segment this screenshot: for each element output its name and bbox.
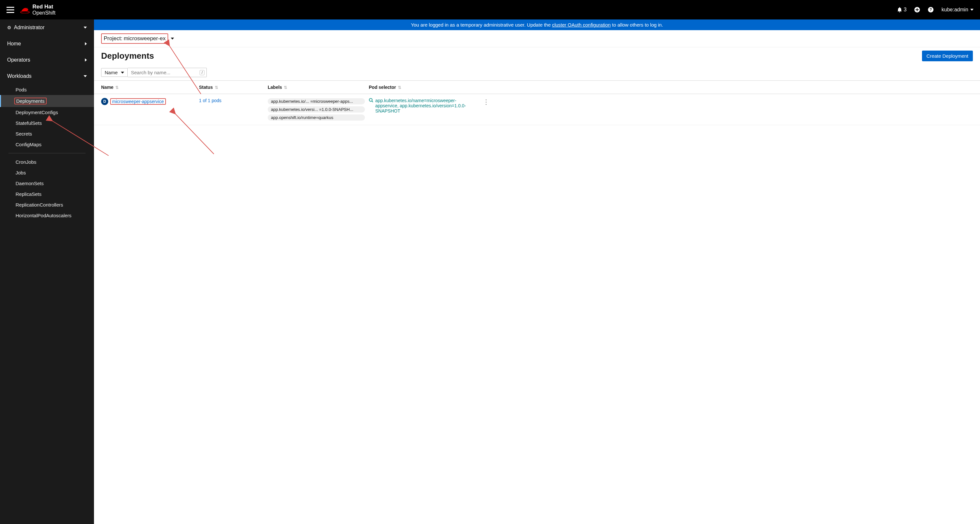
hamburger-menu[interactable] bbox=[6, 7, 14, 13]
sort-icon: ⇅ bbox=[398, 85, 401, 90]
chevron-down-icon bbox=[171, 38, 174, 40]
sidebar-item-cronjobs[interactable]: CronJobs bbox=[0, 157, 94, 167]
sidebar-item-jobs[interactable]: Jobs bbox=[0, 167, 94, 178]
content-area: You are logged in as a temporary adminis… bbox=[94, 19, 980, 524]
create-deployment-button[interactable]: Create Deployment bbox=[922, 51, 973, 61]
col-selector[interactable]: Pod selector⇅ bbox=[369, 84, 476, 90]
page-title: Deployments bbox=[101, 51, 154, 61]
sidebar-workloads-label: Workloads bbox=[7, 73, 32, 79]
table-row: D microsweeper-appservice 1 of 1 pods ap… bbox=[94, 94, 980, 125]
topbar-right: 3 ? kube:admin bbox=[897, 7, 974, 13]
sidebar-section-home[interactable]: Home bbox=[0, 36, 94, 52]
cell-name: D microsweeper-appservice bbox=[101, 98, 195, 105]
project-prefix: Project: bbox=[104, 35, 123, 42]
pod-selector-link[interactable]: app.kubernetes.io/name=microsweeper-apps… bbox=[375, 98, 469, 113]
banner-suffix: to allow others to log in. bbox=[611, 22, 663, 27]
banner-link[interactable]: cluster OAuth configuration bbox=[552, 22, 611, 27]
col-labels[interactable]: Labels⇅ bbox=[268, 84, 365, 90]
notifications-button[interactable]: 3 bbox=[897, 7, 907, 13]
user-menu[interactable]: kube:admin bbox=[942, 7, 974, 13]
deployment-name-link[interactable]: microsweeper-appservice bbox=[112, 99, 164, 104]
sort-icon: ⇅ bbox=[284, 85, 287, 90]
status-link[interactable]: 1 of 1 pods bbox=[199, 98, 221, 103]
svg-point-0 bbox=[21, 11, 30, 13]
sidebar-section-workloads[interactable]: Workloads bbox=[0, 68, 94, 84]
sort-icon: ⇅ bbox=[215, 85, 218, 90]
sidebar-operators-label: Operators bbox=[7, 57, 30, 63]
brand-line2: OpenShift bbox=[32, 10, 56, 16]
sidebar-item-deployments[interactable]: Deployments bbox=[0, 95, 94, 107]
sidebar-item-replicationcontrollers[interactable]: ReplicationControllers bbox=[0, 199, 94, 210]
question-circle-icon: ? bbox=[928, 7, 934, 13]
sidebar-item-pods[interactable]: Pods bbox=[0, 84, 94, 95]
sidebar-item-daemonsets[interactable]: DaemonSets bbox=[0, 178, 94, 189]
filter-type-label: Name bbox=[105, 70, 118, 75]
brand[interactable]: Red Hat OpenShift bbox=[20, 4, 56, 16]
label-pill[interactable]: app.kubernetes.io/... =microsweeper-apps… bbox=[268, 98, 365, 104]
perspective-label: Administrator bbox=[14, 25, 45, 30]
chevron-right-icon bbox=[85, 58, 87, 62]
sidebar-item-statefulsets[interactable]: StatefulSets bbox=[0, 118, 94, 128]
brand-text: Red Hat OpenShift bbox=[32, 4, 56, 16]
search-shortcut-key: / bbox=[200, 70, 205, 75]
project-name: microsweeper-ex bbox=[124, 35, 165, 42]
gear-icon bbox=[7, 25, 14, 30]
cell-status: 1 of 1 pods bbox=[199, 98, 264, 103]
filter-bar: Name / bbox=[94, 66, 980, 81]
chevron-right-icon bbox=[85, 42, 87, 45]
help-button[interactable]: ? bbox=[928, 7, 934, 13]
plus-circle-icon bbox=[914, 7, 920, 13]
label-pill[interactable]: app.openshift.io/runtime=quarkus bbox=[268, 115, 365, 121]
page-header: Deployments Create Deployment bbox=[94, 47, 980, 66]
user-name: kube:admin bbox=[942, 7, 968, 13]
svg-text:?: ? bbox=[930, 8, 932, 12]
sidebar: Administrator Home Operators Workloads P… bbox=[0, 19, 94, 524]
chevron-down-icon bbox=[84, 27, 87, 29]
redhat-fedora-icon bbox=[20, 6, 30, 13]
sort-icon: ⇅ bbox=[115, 85, 119, 90]
project-bar: Project: microsweeper-ex bbox=[94, 30, 980, 47]
svg-point-4 bbox=[369, 99, 372, 102]
search-wrap: / bbox=[128, 68, 207, 77]
table-header: Name⇅ Status⇅ Labels⇅ Pod selector⇅ bbox=[94, 81, 980, 94]
sidebar-item-replicasets[interactable]: ReplicaSets bbox=[0, 189, 94, 199]
sidebar-deployments-label: Deployments bbox=[14, 97, 47, 104]
topbar: Red Hat OpenShift 3 ? kube:admin bbox=[0, 0, 980, 19]
sidebar-item-secrets[interactable]: Secrets bbox=[0, 128, 94, 139]
brand-line1: Red Hat bbox=[32, 3, 53, 10]
deployment-badge-icon: D bbox=[101, 98, 108, 105]
filter-type-dropdown[interactable]: Name bbox=[101, 68, 128, 77]
project-selector[interactable]: Project: microsweeper-ex bbox=[101, 33, 174, 44]
create-button[interactable] bbox=[914, 7, 920, 13]
perspective-switcher[interactable]: Administrator bbox=[0, 19, 94, 36]
cell-pod-selector[interactable]: app.kubernetes.io/name=microsweeper-apps… bbox=[369, 98, 476, 113]
chevron-down-icon bbox=[970, 9, 974, 11]
topbar-left: Red Hat OpenShift bbox=[6, 4, 56, 16]
cell-labels: app.kubernetes.io/... =microsweeper-apps… bbox=[268, 98, 365, 121]
search-input[interactable] bbox=[128, 68, 199, 77]
notification-count: 3 bbox=[904, 7, 907, 13]
auth-banner: You are logged in as a temporary adminis… bbox=[94, 19, 980, 30]
label-pill[interactable]: app.kubernetes.io/versi... =1.0.0-SNAPSH… bbox=[268, 106, 365, 113]
row-actions-kebab[interactable]: ⋮ bbox=[480, 98, 493, 106]
chevron-down-icon bbox=[121, 72, 124, 73]
sidebar-section-operators[interactable]: Operators bbox=[0, 52, 94, 68]
bell-icon bbox=[897, 7, 902, 12]
sidebar-home-label: Home bbox=[7, 41, 21, 47]
col-name[interactable]: Name⇅ bbox=[101, 84, 195, 90]
svg-line-5 bbox=[372, 101, 373, 102]
sidebar-divider bbox=[8, 153, 86, 153]
sidebar-item-configmaps[interactable]: ConfigMaps bbox=[0, 139, 94, 150]
sidebar-item-hpa[interactable]: HorizontalPodAutoscalers bbox=[0, 210, 94, 221]
chevron-down-icon bbox=[84, 75, 87, 77]
col-status[interactable]: Status⇅ bbox=[199, 84, 264, 90]
search-icon bbox=[369, 98, 373, 102]
sidebar-item-deploymentconfigs[interactable]: DeploymentConfigs bbox=[0, 107, 94, 118]
banner-prefix: You are logged in as a temporary adminis… bbox=[411, 22, 552, 27]
